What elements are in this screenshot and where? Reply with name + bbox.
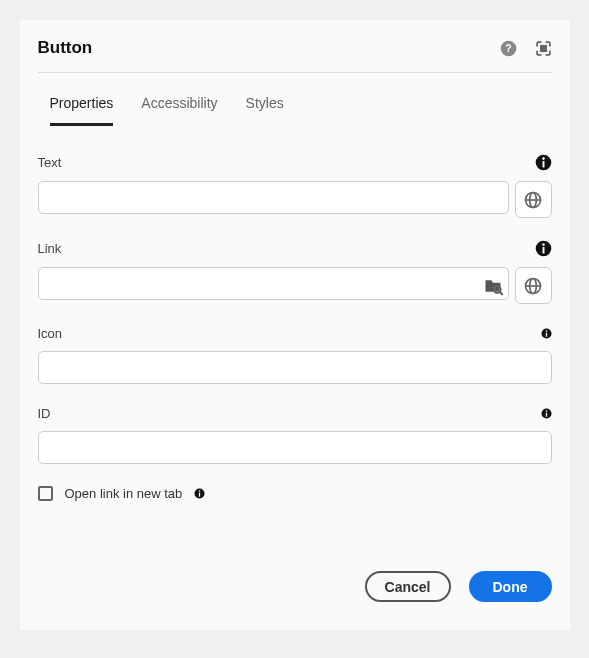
cancel-button[interactable]: Cancel — [365, 571, 451, 602]
svg-rect-21 — [545, 413, 546, 417]
info-icon[interactable] — [194, 488, 205, 499]
text-input[interactable] — [38, 181, 509, 214]
info-icon[interactable] — [535, 240, 552, 257]
field-open-new-tab: Open link in new tab — [38, 486, 552, 501]
svg-rect-2 — [539, 44, 546, 51]
svg-rect-4 — [542, 161, 544, 167]
svg-rect-18 — [545, 333, 546, 337]
field-id: ID — [38, 406, 552, 464]
fullscreen-icon[interactable] — [535, 40, 552, 57]
svg-text:?: ? — [505, 42, 511, 54]
link-input[interactable] — [38, 267, 509, 300]
tab-accessibility[interactable]: Accessibility — [141, 95, 217, 126]
svg-point-5 — [542, 157, 545, 160]
svg-point-19 — [545, 330, 547, 332]
field-icon: Icon — [38, 326, 552, 384]
help-icon[interactable]: ? — [500, 40, 517, 57]
info-icon[interactable] — [541, 328, 552, 339]
svg-point-25 — [199, 490, 201, 492]
label-id: ID — [38, 406, 51, 421]
field-link: Link — [38, 240, 552, 304]
data-source-button[interactable] — [515, 267, 552, 304]
svg-point-10 — [542, 243, 545, 246]
icon-input[interactable] — [38, 351, 552, 384]
dialog-title: Button — [38, 38, 93, 58]
id-input[interactable] — [38, 431, 552, 464]
info-icon[interactable] — [535, 154, 552, 171]
svg-rect-9 — [542, 247, 544, 253]
dialog: Button ? Properties Accessibility Styles… — [20, 20, 570, 630]
tab-styles[interactable]: Styles — [246, 95, 284, 126]
field-text: Text — [38, 154, 552, 218]
label-link: Link — [38, 241, 62, 256]
tab-properties[interactable]: Properties — [50, 95, 114, 126]
form-body: Text Link — [38, 126, 552, 501]
info-icon[interactable] — [541, 408, 552, 419]
tabs: Properties Accessibility Styles — [38, 73, 552, 126]
data-source-button[interactable] — [515, 181, 552, 218]
header-actions: ? — [500, 40, 552, 57]
dialog-header: Button ? — [38, 20, 552, 73]
label-icon: Icon — [38, 326, 63, 341]
label-text: Text — [38, 155, 62, 170]
done-button[interactable]: Done — [469, 571, 552, 602]
open-new-tab-label: Open link in new tab — [65, 486, 183, 501]
svg-line-14 — [499, 291, 502, 294]
svg-point-22 — [545, 410, 547, 412]
svg-rect-24 — [199, 493, 200, 497]
browse-icon[interactable] — [483, 276, 503, 296]
open-new-tab-checkbox[interactable] — [38, 486, 53, 501]
dialog-footer: Cancel Done — [38, 571, 552, 610]
